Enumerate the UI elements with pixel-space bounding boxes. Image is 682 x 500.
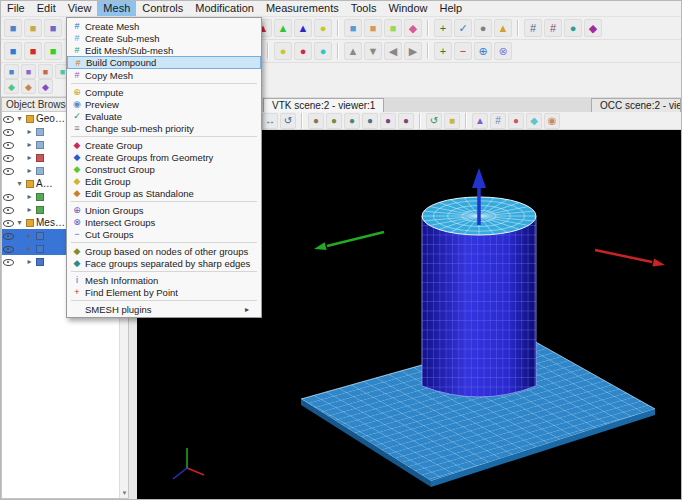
caret-collapsed-icon[interactable]: ▸ [25,257,34,266]
new-document-icon[interactable]: ■ [4,19,22,37]
caret-collapsed-icon[interactable]: ▸ [25,127,34,136]
menu-item-union-groups[interactable]: ⊕Union Groups [67,204,261,216]
clone-view-icon[interactable]: ■ [444,113,460,129]
menu-item-construct-group[interactable]: ◆Construct Group [67,163,261,175]
tool-icon[interactable]: ◆ [404,19,422,37]
menu-item-mesh-information[interactable]: iMesh Information [67,274,261,286]
menu-help[interactable]: Help [434,1,469,16]
menu-item-build-compound[interactable]: #Build Compound [67,56,261,69]
tool-icon[interactable]: + [434,19,452,37]
tool-icon[interactable]: ✓ [454,19,472,37]
tool-icon[interactable]: ◆ [21,79,36,94]
back-view-icon[interactable]: ● [326,113,342,129]
menu-controls[interactable]: Controls [136,1,189,16]
tool-icon[interactable]: ▲ [294,19,312,37]
caret-collapsed-icon[interactable]: ▸ [25,244,34,253]
tool-icon[interactable]: ■ [38,64,53,79]
visibility-eye-icon[interactable] [3,243,14,254]
visibility-eye-icon[interactable] [3,126,14,137]
tab-vtk-scene[interactable]: VTK scene:2 - viewer:1 [263,98,384,112]
tool-icon[interactable]: ▲ [494,19,512,37]
menu-view[interactable]: View [62,1,98,16]
tool-icon[interactable]: ◆ [584,19,602,37]
menu-item-copy-mesh[interactable]: #Copy Mesh [67,69,261,81]
menu-item-intersect-groups[interactable]: ⊗Intersect Groups [67,216,261,228]
menu-measurements[interactable]: Measurements [260,1,345,16]
caret-collapsed-icon[interactable]: ▸ [25,153,34,162]
tool-icon[interactable]: ⊗ [494,42,512,60]
menu-item-create-group[interactable]: ◆Create Group [67,139,261,151]
tool-icon[interactable]: ■ [44,42,62,60]
menu-edit[interactable]: Edit [31,1,62,16]
tool-icon[interactable]: ■ [4,42,22,60]
tool-icon[interactable]: ■ [364,19,382,37]
save-document-icon[interactable]: ■ [44,19,62,37]
menu-item-evaluate[interactable]: ✓Evaluate [67,110,261,122]
caret-expanded-icon[interactable]: ▾ [15,114,24,123]
menu-item-cut-groups[interactable]: −Cut Groups [67,228,261,240]
visibility-eye-icon[interactable] [3,217,14,228]
tool-icon[interactable]: ■ [21,64,36,79]
caret-collapsed-icon[interactable]: ▸ [25,205,34,214]
cylinder-mesh[interactable] [422,197,536,397]
tool-icon[interactable]: − [454,42,472,60]
graduated-axes-icon[interactable]: # [490,113,506,129]
menu-item-edit-group[interactable]: ◆Edit Group [67,175,261,187]
visibility-eye-icon[interactable] [3,139,14,150]
menu-item-smesh-plugins[interactable]: SMESH plugins▸ [67,303,261,315]
menu-item-group-based-on-nodes-of-other-groups[interactable]: ◆Group based on nodes of other groups [67,245,261,257]
tool-icon[interactable]: ● [274,42,292,60]
visibility-eye-icon[interactable] [3,152,14,163]
menu-item-face-groups-separated-by-sharp-edges[interactable]: ◆Face groups separated by sharp edges [67,257,261,269]
pan-icon[interactable]: ↔ [262,113,278,129]
menu-item-compute[interactable]: ⊕Compute [67,86,261,98]
parameters-icon[interactable]: ◆ [526,113,542,129]
recording-icon[interactable]: ◉ [544,113,560,129]
caret-expanded-icon[interactable]: ▾ [15,218,24,227]
menu-window[interactable]: Window [382,1,433,16]
menu-file[interactable]: File [1,1,31,16]
visibility-eye-icon[interactable] [3,204,14,215]
front-view-icon[interactable]: ● [308,113,324,129]
visibility-eye-icon[interactable] [3,113,14,124]
menu-tools[interactable]: Tools [345,1,383,16]
tool-icon[interactable]: + [434,42,452,60]
left-view-icon[interactable]: ● [380,113,396,129]
menu-item-change-sub-mesh-priority[interactable]: ≡Change sub-mesh priority [67,122,261,134]
caret-collapsed-icon[interactable]: ▸ [25,166,34,175]
menu-item-edit-mesh-sub-mesh[interactable]: #Edit Mesh/Sub-mesh [67,44,261,56]
tool-icon[interactable]: ■ [24,42,42,60]
tool-icon[interactable]: ● [564,19,582,37]
reset-view-icon[interactable]: ↺ [426,113,442,129]
tool-icon[interactable]: ● [314,42,332,60]
tool-icon[interactable]: ◆ [4,79,19,94]
visibility-eye-icon[interactable] [3,256,14,267]
update-rate-icon[interactable]: ● [508,113,524,129]
top-view-icon[interactable]: ● [344,113,360,129]
tool-icon[interactable]: ◆ [38,79,53,94]
menu-item-find-element-by-point[interactable]: +Find Element by Point [67,286,261,298]
menu-item-edit-group-as-standalone[interactable]: ◆Edit Group as Standalone [67,187,261,199]
caret-collapsed-icon[interactable]: ▸ [25,140,34,149]
tool-icon[interactable]: ▲ [274,19,292,37]
tool-icon[interactable]: ■ [384,19,402,37]
visibility-eye-icon[interactable] [3,165,14,176]
menu-item-create-mesh[interactable]: #Create Mesh [67,20,261,32]
visibility-eye-icon[interactable] [3,191,14,202]
tool-icon[interactable]: ● [314,19,332,37]
tab-occ-scene[interactable]: OCC scene:2 - view... [591,98,681,112]
rotate-icon[interactable]: ↺ [280,113,296,129]
tool-icon[interactable]: ▼ [364,42,382,60]
open-document-icon[interactable]: ■ [24,19,42,37]
tool-icon[interactable]: # [544,19,562,37]
tool-icon[interactable]: ● [294,42,312,60]
tool-icon[interactable]: ▶ [404,42,422,60]
tool-icon[interactable]: ◀ [384,42,402,60]
bottom-view-icon[interactable]: ● [362,113,378,129]
right-view-icon[interactable]: ● [398,113,414,129]
scroll-down-icon[interactable]: ▼ [120,489,129,498]
menu-item-create-sub-mesh[interactable]: #Create Sub-mesh [67,32,261,44]
visibility-eye-icon[interactable] [3,230,14,241]
tool-icon[interactable]: ⊕ [474,42,492,60]
tool-icon[interactable]: ▲ [344,42,362,60]
